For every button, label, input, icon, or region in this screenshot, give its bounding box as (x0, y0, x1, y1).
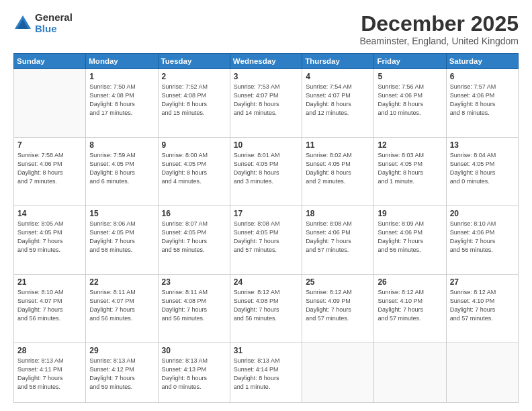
day-number: 24 (234, 277, 298, 287)
day-info: Sunrise: 8:12 AM Sunset: 4:08 PM Dayligh… (234, 288, 298, 323)
calendar-week-2: 7Sunrise: 7:58 AM Sunset: 4:06 PM Daylig… (14, 138, 519, 206)
calendar-cell: 25Sunrise: 8:12 AM Sunset: 4:09 PM Dayli… (302, 274, 374, 342)
calendar-cell: 8Sunrise: 7:59 AM Sunset: 4:05 PM Daylig… (86, 138, 158, 206)
calendar-cell: 10Sunrise: 8:01 AM Sunset: 4:05 PM Dayli… (230, 138, 302, 206)
day-number: 14 (17, 209, 82, 218)
calendar-header-row: SundayMondayTuesdayWednesdayThursdayFrid… (14, 54, 519, 69)
day-number: 21 (17, 277, 82, 287)
day-number: 8 (89, 140, 154, 150)
calendar-cell: 29Sunrise: 8:13 AM Sunset: 4:12 PM Dayli… (86, 342, 158, 402)
day-info: Sunrise: 7:50 AM Sunset: 4:08 PM Dayligh… (89, 83, 154, 118)
day-info: Sunrise: 8:10 AM Sunset: 4:06 PM Dayligh… (450, 220, 515, 255)
header: General Blue December 2025 Beaminster, E… (13, 12, 519, 46)
day-info: Sunrise: 8:11 AM Sunset: 4:07 PM Dayligh… (89, 288, 154, 323)
logo-text: General Blue (35, 12, 73, 34)
day-number: 6 (450, 72, 515, 81)
calendar-cell: 27Sunrise: 8:12 AM Sunset: 4:10 PM Dayli… (446, 274, 518, 342)
calendar-cell: 14Sunrise: 8:05 AM Sunset: 4:05 PM Dayli… (14, 205, 86, 274)
day-info: Sunrise: 8:06 AM Sunset: 4:05 PM Dayligh… (89, 220, 154, 255)
day-number: 11 (306, 140, 370, 150)
calendar-cell: 17Sunrise: 8:08 AM Sunset: 4:05 PM Dayli… (230, 205, 302, 274)
day-info: Sunrise: 8:09 AM Sunset: 4:06 PM Dayligh… (378, 220, 442, 255)
day-info: Sunrise: 7:54 AM Sunset: 4:07 PM Dayligh… (306, 83, 370, 118)
logo-general-label: General (35, 12, 73, 24)
day-info: Sunrise: 8:13 AM Sunset: 4:13 PM Dayligh… (162, 357, 226, 392)
day-number: 5 (378, 72, 442, 81)
calendar-cell: 15Sunrise: 8:06 AM Sunset: 4:05 PM Dayli… (86, 205, 158, 274)
calendar-cell: 22Sunrise: 8:11 AM Sunset: 4:07 PM Dayli… (86, 274, 158, 342)
calendar-cell: 18Sunrise: 8:08 AM Sunset: 4:06 PM Dayli… (302, 205, 374, 274)
day-info: Sunrise: 8:01 AM Sunset: 4:05 PM Dayligh… (234, 151, 298, 186)
day-number: 22 (89, 277, 154, 287)
day-info: Sunrise: 8:12 AM Sunset: 4:09 PM Dayligh… (306, 288, 370, 323)
calendar-cell: 19Sunrise: 8:09 AM Sunset: 4:06 PM Dayli… (374, 205, 446, 274)
calendar-cell: 13Sunrise: 8:04 AM Sunset: 4:05 PM Dayli… (446, 138, 518, 206)
calendar-cell (302, 342, 374, 402)
calendar-cell: 9Sunrise: 8:00 AM Sunset: 4:05 PM Daylig… (158, 138, 230, 206)
day-info: Sunrise: 7:58 AM Sunset: 4:06 PM Dayligh… (17, 151, 82, 186)
day-number: 27 (450, 277, 515, 287)
calendar-cell (374, 342, 446, 402)
day-number: 29 (89, 346, 154, 355)
calendar-week-3: 14Sunrise: 8:05 AM Sunset: 4:05 PM Dayli… (14, 205, 519, 274)
calendar-cell: 1Sunrise: 7:50 AM Sunset: 4:08 PM Daylig… (86, 69, 158, 138)
calendar-week-5: 28Sunrise: 8:13 AM Sunset: 4:11 PM Dayli… (14, 342, 519, 402)
day-number: 3 (234, 72, 298, 81)
day-info: Sunrise: 8:13 AM Sunset: 4:11 PM Dayligh… (17, 357, 82, 392)
calendar-week-1: 1Sunrise: 7:50 AM Sunset: 4:08 PM Daylig… (14, 69, 519, 138)
day-number: 18 (306, 209, 370, 218)
day-number: 17 (234, 209, 298, 218)
day-number: 25 (306, 277, 370, 287)
location: Beaminster, England, United Kingdom (359, 36, 519, 46)
day-number: 1 (89, 72, 154, 81)
day-info: Sunrise: 8:07 AM Sunset: 4:05 PM Dayligh… (162, 220, 226, 255)
calendar-cell: 30Sunrise: 8:13 AM Sunset: 4:13 PM Dayli… (158, 342, 230, 402)
day-info: Sunrise: 8:11 AM Sunset: 4:08 PM Dayligh… (162, 288, 226, 323)
day-info: Sunrise: 8:13 AM Sunset: 4:14 PM Dayligh… (234, 357, 298, 392)
calendar-weekday-thursday: Thursday (302, 54, 374, 69)
day-number: 10 (234, 140, 298, 150)
day-info: Sunrise: 8:12 AM Sunset: 4:10 PM Dayligh… (378, 288, 442, 323)
calendar-cell: 16Sunrise: 8:07 AM Sunset: 4:05 PM Dayli… (158, 205, 230, 274)
day-info: Sunrise: 8:08 AM Sunset: 4:06 PM Dayligh… (306, 220, 370, 255)
month-title: December 2025 (359, 12, 519, 36)
calendar-week-4: 21Sunrise: 8:10 AM Sunset: 4:07 PM Dayli… (14, 274, 519, 342)
calendar-cell: 12Sunrise: 8:03 AM Sunset: 4:05 PM Dayli… (374, 138, 446, 206)
logo-blue-label: Blue (35, 24, 73, 35)
calendar-cell (446, 342, 518, 402)
day-number: 15 (89, 209, 154, 218)
day-info: Sunrise: 8:13 AM Sunset: 4:12 PM Dayligh… (89, 357, 154, 392)
logo-icon (13, 14, 32, 33)
day-info: Sunrise: 8:05 AM Sunset: 4:05 PM Dayligh… (17, 220, 82, 255)
calendar-cell: 26Sunrise: 8:12 AM Sunset: 4:10 PM Dayli… (374, 274, 446, 342)
calendar-cell: 24Sunrise: 8:12 AM Sunset: 4:08 PM Dayli… (230, 274, 302, 342)
calendar-weekday-wednesday: Wednesday (230, 54, 302, 69)
calendar-cell: 20Sunrise: 8:10 AM Sunset: 4:06 PM Dayli… (446, 205, 518, 274)
calendar-weekday-friday: Friday (374, 54, 446, 69)
calendar-cell: 5Sunrise: 7:56 AM Sunset: 4:06 PM Daylig… (374, 69, 446, 138)
day-number: 7 (17, 140, 82, 150)
day-info: Sunrise: 7:56 AM Sunset: 4:06 PM Dayligh… (378, 83, 442, 118)
calendar-cell: 21Sunrise: 8:10 AM Sunset: 4:07 PM Dayli… (14, 274, 86, 342)
day-info: Sunrise: 8:02 AM Sunset: 4:05 PM Dayligh… (306, 151, 370, 186)
day-info: Sunrise: 8:00 AM Sunset: 4:05 PM Dayligh… (162, 151, 226, 186)
calendar-weekday-saturday: Saturday (446, 54, 518, 69)
calendar-cell: 3Sunrise: 7:53 AM Sunset: 4:07 PM Daylig… (230, 69, 302, 138)
calendar-table: SundayMondayTuesdayWednesdayThursdayFrid… (13, 53, 519, 403)
day-number: 26 (378, 277, 442, 287)
calendar-cell (14, 69, 86, 138)
day-info: Sunrise: 7:52 AM Sunset: 4:08 PM Dayligh… (162, 83, 226, 118)
logo: General Blue (13, 12, 73, 34)
day-info: Sunrise: 8:12 AM Sunset: 4:10 PM Dayligh… (450, 288, 515, 323)
calendar-cell: 11Sunrise: 8:02 AM Sunset: 4:05 PM Dayli… (302, 138, 374, 206)
day-number: 23 (162, 277, 226, 287)
day-number: 4 (306, 72, 370, 81)
day-number: 2 (162, 72, 226, 81)
calendar-cell: 31Sunrise: 8:13 AM Sunset: 4:14 PM Dayli… (230, 342, 302, 402)
day-number: 19 (378, 209, 442, 218)
calendar-cell: 28Sunrise: 8:13 AM Sunset: 4:11 PM Dayli… (14, 342, 86, 402)
calendar-cell: 2Sunrise: 7:52 AM Sunset: 4:08 PM Daylig… (158, 69, 230, 138)
day-info: Sunrise: 7:59 AM Sunset: 4:05 PM Dayligh… (89, 151, 154, 186)
calendar-weekday-monday: Monday (86, 54, 158, 69)
day-info: Sunrise: 8:08 AM Sunset: 4:05 PM Dayligh… (234, 220, 298, 255)
